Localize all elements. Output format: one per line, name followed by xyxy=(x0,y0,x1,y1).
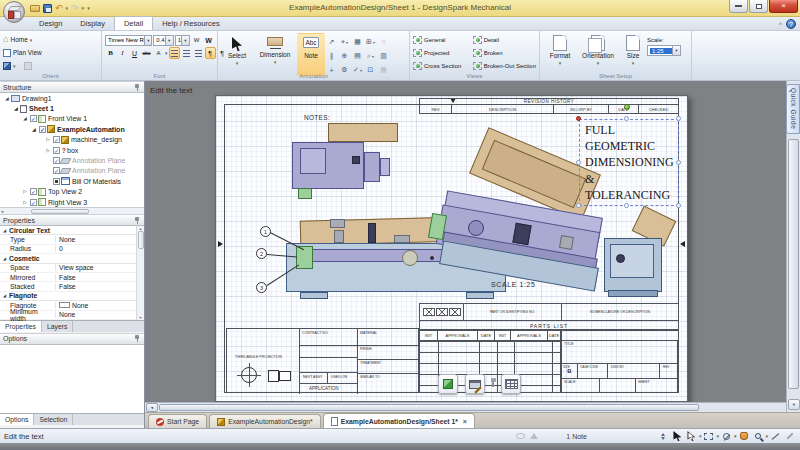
scroll-down-button[interactable]: ▾ xyxy=(788,399,800,410)
align-right-button[interactable] xyxy=(193,47,204,59)
gdt-note-line[interactable]: DIMENSIONING xyxy=(580,154,678,170)
home-dropdown-icon[interactable]: ▾ xyxy=(30,37,33,43)
tree-item-box[interactable]: ▷ ✓ ? box xyxy=(0,145,144,155)
check-dropdown-icon[interactable]: ▾ xyxy=(360,68,362,73)
machine-top-view-lid[interactable] xyxy=(328,123,398,142)
underline-button[interactable]: U xyxy=(129,47,140,59)
format-button[interactable]: Format ▾ xyxy=(543,33,577,77)
drawing-sheet[interactable]: NOTES: REVISION HISTORY REV DESCRIPTION … xyxy=(215,95,688,402)
close-tab-icon[interactable]: × xyxy=(463,418,467,425)
scale-combo[interactable]: 1:25 ▾ xyxy=(647,45,681,56)
scale-note[interactable]: SCALE 1:25 xyxy=(491,281,536,288)
zoom-tool-icon[interactable] xyxy=(751,430,764,442)
tab-display[interactable]: Display xyxy=(71,17,114,30)
font-family-combo[interactable]: ▾ xyxy=(105,35,152,46)
tab-layers[interactable]: Layers xyxy=(42,321,73,332)
width-wide-button[interactable]: W xyxy=(203,34,214,46)
font-family-input[interactable] xyxy=(108,37,144,43)
close-button[interactable]: × xyxy=(769,0,798,13)
broken-view-button[interactable]: Broken xyxy=(473,46,536,59)
section-expander-icon[interactable]: ◢ xyxy=(0,256,9,261)
selection-handle[interactable] xyxy=(576,160,581,165)
note-button[interactable]: Abc Note xyxy=(297,33,325,77)
cell-table-icon[interactable]: ▥ xyxy=(377,49,390,63)
visibility-checkbox[interactable]: ✓ xyxy=(53,136,60,143)
balloon-callout[interactable]: 3 xyxy=(256,282,267,293)
box-select-tool-icon[interactable] xyxy=(702,430,715,442)
tree-item-annotation-plane-1[interactable]: ✓ Annotation Plane xyxy=(0,155,144,165)
rotate-handle[interactable] xyxy=(624,104,630,110)
gdt-note-line[interactable]: FULL xyxy=(580,120,678,138)
expander-icon[interactable]: ▷ xyxy=(21,189,29,194)
property-value[interactable]: False xyxy=(55,274,136,281)
title-block-left[interactable]: CONTRACT NO. MATERIAL FINISH TREATMENT S… xyxy=(226,328,419,393)
size-dropdown-icon[interactable]: ▾ xyxy=(632,60,635,66)
weld-symbol-icon[interactable]: ⊕ xyxy=(338,49,351,63)
home-button[interactable]: ⌂ Home ▾ xyxy=(3,33,98,46)
tab-design-document[interactable]: ExampleAutomationDesign* xyxy=(209,414,321,428)
tab-help-resources[interactable]: Help / Resources xyxy=(153,17,229,30)
detail-view-button[interactable]: Detail xyxy=(473,33,536,46)
property-row-type[interactable]: Type None xyxy=(0,235,136,244)
scroll-down-icon[interactable]: ▾ xyxy=(139,315,141,320)
app-logo-icon[interactable] xyxy=(3,1,25,23)
insert-table-button[interactable] xyxy=(501,374,521,394)
snapshot-icon[interactable] xyxy=(24,62,32,70)
tree-item-drawing1[interactable]: ◢ Drawing1 xyxy=(0,93,144,103)
sheet-grid-icon[interactable]: ⌗ xyxy=(377,35,390,49)
orientation-button[interactable]: Orientation ▾ xyxy=(577,33,619,77)
measure-tool-icon[interactable] xyxy=(769,430,782,442)
gdt-note-selection[interactable]: FULL GEOMETRIC DIMENSIONING & TOLERANCIN… xyxy=(579,119,679,206)
select-button[interactable]: Select ▾ xyxy=(221,33,253,77)
visibility-checkbox[interactable]: ✓ xyxy=(39,126,46,133)
surface-finish-icon[interactable]: ▤ xyxy=(351,49,364,63)
scale-value[interactable]: 1:25 xyxy=(650,48,672,54)
tree-item-example-automation[interactable]: ◢ ✓ ExampleAutomation xyxy=(0,124,144,134)
align-center-button[interactable] xyxy=(181,47,192,59)
scroll-thumb[interactable] xyxy=(159,404,699,411)
expander-icon[interactable]: ◢ xyxy=(12,106,20,111)
property-value[interactable]: None xyxy=(55,311,136,318)
general-view-button[interactable]: General xyxy=(413,33,471,46)
scroll-thumb[interactable] xyxy=(31,209,89,214)
no-selection-dropdown-icon[interactable]: ▾ xyxy=(734,433,737,439)
scroll-thumb[interactable] xyxy=(788,139,799,389)
structure-hscrollbar[interactable]: ◂ xyxy=(0,207,144,214)
projected-view-button[interactable]: Projected xyxy=(413,46,471,59)
tab-design[interactable]: Design xyxy=(30,17,71,30)
italic-button[interactable]: I xyxy=(117,47,128,59)
dimension-button[interactable]: Dimension ▾ xyxy=(253,33,297,77)
tree-item-annotation-plane-2[interactable]: ✓ Annotation Plane xyxy=(0,166,144,176)
expander-icon[interactable]: ▷ xyxy=(21,200,29,205)
visibility-checkbox[interactable]: ✓ xyxy=(30,199,37,206)
width-narrow-button[interactable]: W xyxy=(191,34,202,46)
spin-dropdown-icon[interactable]: ▾ xyxy=(13,63,16,69)
notes-label[interactable]: NOTES: xyxy=(304,114,330,121)
orientation-dropdown-icon[interactable]: ▾ xyxy=(597,60,600,66)
scroll-thumb[interactable] xyxy=(138,231,144,249)
pin-icon[interactable] xyxy=(134,334,141,343)
visibility-checkbox[interactable]: ✓ xyxy=(53,147,60,154)
property-row-stacked[interactable]: Stacked False xyxy=(0,282,136,291)
plan-view-button[interactable]: Plan View xyxy=(3,46,98,59)
selection-handle[interactable] xyxy=(624,116,629,121)
kerning-dropdown-icon[interactable]: ▾ xyxy=(165,50,168,56)
edit-table-button[interactable] xyxy=(465,374,485,394)
property-row-radius[interactable]: Radius 0 xyxy=(0,245,136,254)
revision-history-table[interactable]: REVISION HISTORY REV DESCRIPTION INCORP … xyxy=(419,98,679,114)
text-direction-ltr-button[interactable]: ¶ xyxy=(205,47,216,59)
format-dropdown-icon[interactable]: ▾ xyxy=(559,60,562,66)
cross-section-button[interactable]: Cross Section xyxy=(413,59,471,72)
expander-icon[interactable]: ▷ xyxy=(44,148,52,153)
zoom-region-dropdown-icon[interactable]: ▾ xyxy=(372,54,374,59)
gdt-note-line[interactable]: GEOMETRIC xyxy=(580,138,678,154)
font-size-combo[interactable]: 0.4 ▾ xyxy=(153,35,173,46)
tab-properties[interactable]: Properties xyxy=(0,321,42,332)
visibility-checkbox[interactable]: ✓ xyxy=(30,115,37,122)
tree-item-sheet1[interactable]: ◢ Sheet 1 xyxy=(0,103,144,113)
font-family-dropdown-icon[interactable]: ▾ xyxy=(144,36,151,45)
balloon-callout[interactable]: 1 xyxy=(260,226,271,237)
minimize-button[interactable] xyxy=(729,0,748,13)
scroll-left-button[interactable]: ◂ xyxy=(146,403,158,412)
property-value[interactable]: None xyxy=(55,302,136,309)
